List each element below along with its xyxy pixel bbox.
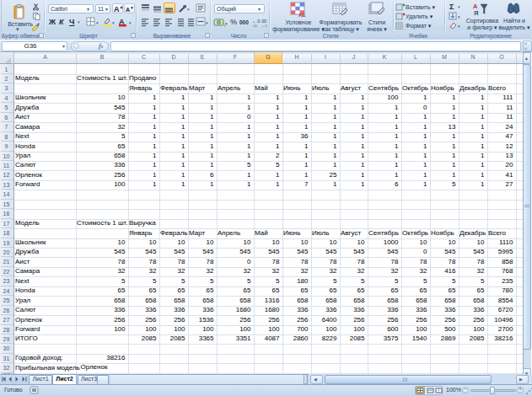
svg-text:Я: Я (474, 9, 478, 17)
svg-text:▾: ▾ (96, 20, 99, 25)
svg-text:▾: ▾ (458, 14, 460, 19)
svg-text:→.0: →.0 (261, 24, 268, 28)
svg-text:▾: ▾ (206, 20, 208, 25)
svg-text:АБ: АБ (298, 13, 306, 18)
svg-text:▾: ▾ (112, 20, 115, 25)
svg-text:▾: ▾ (129, 20, 132, 25)
svg-text:▾: ▾ (458, 24, 460, 29)
svg-text:▾: ▾ (187, 7, 190, 12)
svg-text:▾: ▾ (225, 21, 228, 26)
svg-text:.00: .00 (253, 24, 258, 28)
